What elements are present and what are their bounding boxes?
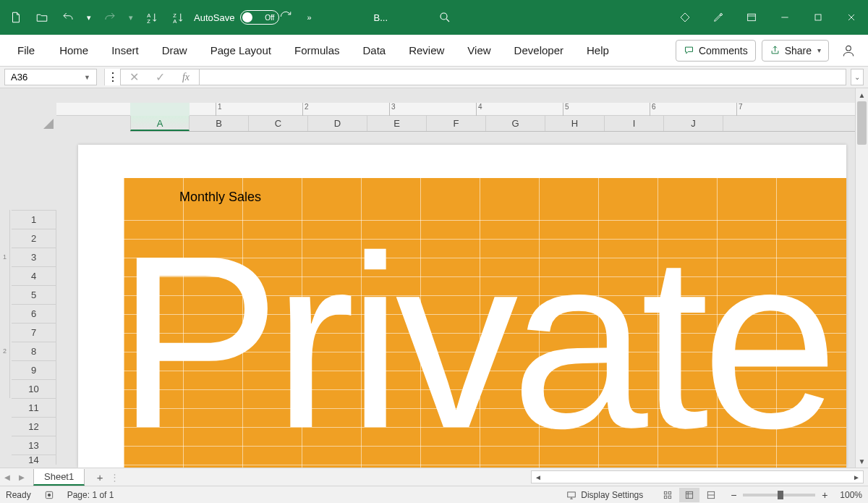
row-header[interactable]: 12 [12, 417, 56, 436]
scroll-left-icon[interactable]: ◄ [532, 473, 545, 481]
scroll-right-icon[interactable]: ► [850, 473, 863, 481]
column-header[interactable]: E [367, 116, 427, 131]
sort-asc-icon[interactable]: AZ [140, 6, 163, 29]
cancel-formula-icon[interactable]: ✕ [121, 70, 147, 84]
undo-dropdown-icon[interactable]: ▾ [82, 13, 95, 22]
tab-insert[interactable]: Insert [100, 37, 150, 64]
qat-overflow-icon[interactable]: » [302, 13, 315, 22]
column-header[interactable]: D [308, 116, 367, 131]
v-scroll-thumb[interactable] [857, 101, 867, 145]
column-header[interactable]: J [664, 116, 723, 131]
name-box-resize[interactable]: ⋮ [104, 69, 120, 85]
sort-desc-icon[interactable]: ZA [166, 6, 190, 29]
tab-split-handle[interactable]: ⋮ [109, 472, 119, 483]
formula-input[interactable] [200, 69, 846, 85]
view-normal-icon[interactable] [658, 488, 678, 502]
sheet-tab-bar: ◄ ► Sheet1 + ⋮ ◄ ► [0, 468, 868, 486]
row-header[interactable]: 11 [12, 398, 56, 417]
view-page-break-icon[interactable] [701, 488, 721, 502]
v-scroll-track[interactable] [856, 101, 868, 455]
zoom-in-button[interactable]: + [820, 489, 830, 501]
macro-record-icon[interactable] [44, 490, 54, 500]
share-button[interactable]: Share ▾ [762, 40, 829, 62]
row-header[interactable]: 2 [12, 229, 56, 248]
column-header[interactable]: A [130, 116, 190, 131]
page-number-gutter: 1 2 [0, 132, 12, 465]
redo-icon[interactable] [98, 6, 122, 29]
horizontal-scrollbar[interactable]: ◄ ► [531, 470, 864, 483]
vertical-scrollbar[interactable]: ▲ ▼ [855, 88, 868, 468]
ribbon-display-icon[interactable] [735, 0, 768, 35]
cell-reference: A36 [11, 72, 27, 83]
column-header[interactable]: G [486, 116, 545, 131]
row-header[interactable]: 8 [12, 342, 56, 360]
zoom-out-button[interactable]: − [728, 489, 739, 501]
undo-icon[interactable] [56, 6, 80, 29]
pencil-sparkle-icon[interactable] [702, 0, 735, 35]
comment-icon [684, 45, 694, 56]
minimize-button[interactable] [768, 0, 801, 35]
name-box[interactable]: A36 ▼ [4, 69, 97, 85]
name-box-dropdown-icon[interactable]: ▼ [84, 74, 90, 81]
close-button[interactable] [835, 0, 868, 35]
cell-text[interactable]: Monthly Sales [179, 190, 261, 205]
row-header[interactable]: 3 [12, 248, 56, 266]
row-header[interactable]: 6 [12, 304, 56, 323]
view-page-layout-icon[interactable] [679, 488, 699, 502]
tab-file[interactable]: File [7, 37, 48, 64]
row-header[interactable]: 13 [12, 436, 56, 455]
row-header[interactable]: 9 [12, 360, 56, 379]
zoom-thumb[interactable] [778, 491, 783, 499]
row-header[interactable]: 4 [12, 266, 56, 285]
svg-rect-10 [568, 491, 576, 496]
tab-view[interactable]: View [456, 37, 502, 64]
fx-icon[interactable]: fx [173, 72, 199, 83]
scroll-down-icon[interactable]: ▼ [856, 455, 868, 468]
tab-review[interactable]: Review [397, 37, 456, 64]
refresh-icon[interactable] [279, 10, 302, 25]
sheet-nav-next-icon[interactable]: ► [14, 472, 29, 483]
row-header[interactable]: 7 [12, 323, 56, 342]
column-header[interactable]: F [427, 116, 486, 131]
watermark-text: Private [124, 219, 831, 465]
scroll-up-icon[interactable]: ▲ [856, 88, 868, 101]
row-header[interactable]: 10 [12, 379, 56, 398]
tab-data[interactable]: Data [351, 37, 397, 64]
tab-help[interactable]: Help [575, 37, 621, 64]
sheet-area: 1 2 3 4 5 6 7 A B C D E F G H I J Privat… [56, 88, 868, 468]
share-dropdown-icon[interactable]: ▾ [817, 46, 821, 54]
tab-developer[interactable]: Developer [503, 37, 575, 64]
tab-page-layout[interactable]: Page Layout [199, 37, 283, 64]
row-header[interactable]: 14 [12, 455, 56, 465]
column-header[interactable]: I [605, 116, 664, 131]
select-all-corner[interactable] [0, 88, 56, 132]
row-header[interactable]: 1 [12, 210, 56, 229]
row-header[interactable]: 5 [12, 285, 56, 304]
sheet-nav-prev-icon[interactable]: ◄ [0, 472, 14, 483]
tab-home[interactable]: Home [48, 37, 100, 64]
tab-formulas[interactable]: Formulas [283, 37, 352, 64]
redo-dropdown-icon[interactable]: ▾ [124, 13, 137, 22]
account-icon[interactable] [836, 38, 861, 63]
workspace: 1 2 1 2 3 4 5 6 7 8 9 10 11 12 13 14 [0, 88, 868, 468]
add-sheet-button[interactable]: + [90, 470, 109, 484]
open-file-icon[interactable] [30, 6, 54, 29]
column-header[interactable]: H [545, 116, 605, 131]
maximize-button[interactable] [801, 0, 835, 35]
autosave-pill[interactable]: Off [240, 10, 279, 25]
enter-formula-icon[interactable]: ✓ [147, 70, 173, 84]
zoom-slider[interactable] [743, 494, 815, 496]
svg-text:A: A [173, 18, 176, 25]
sheet-tab-active[interactable]: Sheet1 [33, 469, 85, 486]
formula-expand-icon[interactable]: ⌄ [851, 69, 864, 85]
comments-button[interactable]: Comments [676, 40, 756, 62]
display-settings-button[interactable]: Display Settings [566, 490, 643, 500]
autosave-toggle[interactable]: AutoSave Off [194, 10, 279, 25]
diamond-icon[interactable] [668, 0, 702, 35]
column-header[interactable]: B [190, 116, 249, 131]
tab-draw[interactable]: Draw [150, 37, 199, 64]
new-file-icon[interactable] [4, 6, 27, 29]
zoom-level[interactable]: 100% [840, 490, 862, 500]
column-header[interactable]: C [249, 116, 308, 131]
search-button[interactable] [431, 8, 459, 27]
